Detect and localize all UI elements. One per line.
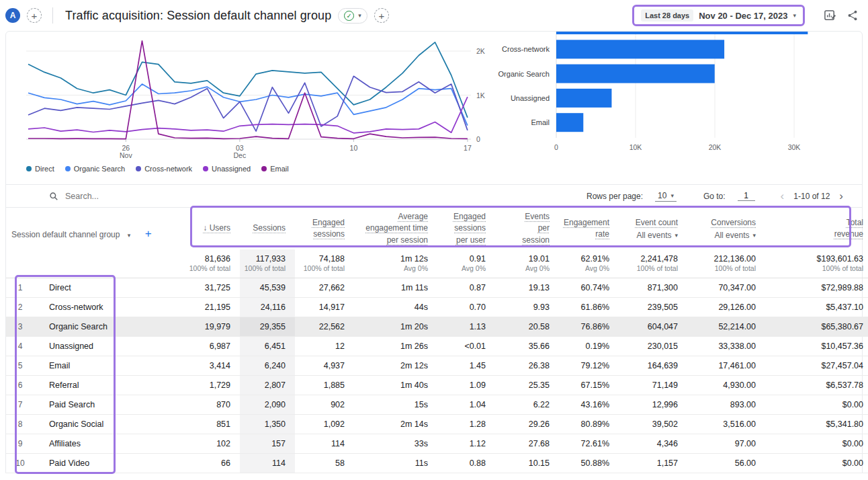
table-row-referral[interactable]: 6Referral1,7292,8071,8851m 40s1.0925.356… [6,375,868,395]
legend-dot-icon [261,166,267,171]
search-input[interactable] [65,192,186,201]
metric-cell: 15s [354,395,437,414]
metric-cell: 52,214.00 [687,317,765,336]
dimension-header[interactable]: Session default channel group ▾ + [6,208,170,249]
metric-cell: 79.12% [559,356,619,375]
metric-cell: 4,937 [295,356,354,375]
date-range-text: Nov 20 - Dec 17, 2023 [699,11,787,21]
column-header-events[interactable]: Events per session [495,208,559,249]
users-over-time-line-chart[interactable]: 01K2K26Nov03Dec1017 [6,32,490,161]
column-header-total[interactable]: Total revenue [765,208,868,249]
event-filter-dropdown[interactable]: All events▾ [687,231,756,240]
column-header-sessions[interactable]: Sessions [240,208,295,249]
channel-name: Organic Search [44,317,170,336]
metric-cell: 6.22 [495,395,559,414]
svg-text:10: 10 [350,144,358,152]
table-row-paid-video[interactable]: 10Paid Video661145811s0.8810.1550.88%1,1… [6,453,868,473]
metric-cell: 1.09 [437,375,495,395]
rows-per-page-select[interactable]: 10 ▾ [655,190,677,202]
table-controls: Rows per page: 10 ▾ Go to: ‹ 1-10 of 12 … [6,185,862,208]
metric-cell: 6,987 [170,336,240,356]
data-quality-badge[interactable]: ✓ ▾ [338,8,367,24]
metric-cell: $0.00 [765,453,868,473]
channel-name: Paid Search [44,395,170,414]
column-header-event-count[interactable]: Event countAll events▾ [619,208,687,249]
add-comparison-button[interactable]: + [27,8,42,23]
column-header-users[interactable]: ↓ Users [170,208,240,249]
metric-cell: 0.88 [437,453,495,473]
metric-cell: 1,885 [295,375,354,395]
next-page-button[interactable]: › [838,190,844,202]
app-bar: A + Traffic acquisition: Session default… [0,0,868,31]
column-header-average[interactable]: Average engagement time per session [354,208,437,249]
svg-text:Nov: Nov [120,151,132,159]
metric-cell: 1m 26s [354,336,437,356]
metric-cell: 33,338.00 [687,336,765,356]
table-row-paid-search[interactable]: 7Paid Search8702,09090215s1.046.2243.16%… [6,395,868,414]
metric-cell: 11s [354,453,437,473]
legend-item: Email [261,165,289,173]
metric-cell: 29,126.00 [687,297,765,317]
table-row-affiliates[interactable]: 9Affiliates10215711433s1.1227.6872.61%4,… [6,434,868,453]
svg-text:Cross-network: Cross-network [502,45,550,53]
share-icon[interactable] [845,8,860,23]
metric-cell: 1,729 [170,375,240,395]
charts-panel: 01K2K26Nov03Dec1017 010K20K30KCross-netw… [6,32,862,185]
row-number: 2 [6,297,44,317]
table-row-email[interactable]: 5Email3,4146,2404,9372m 12s1.4526.3879.1… [6,356,868,375]
row-number: 10 [6,453,44,473]
metric-cell: 1m 40s [354,375,437,395]
column-header-engaged[interactable]: Engaged sessions [295,208,354,249]
page-title: Traffic acquisition: Session default cha… [65,9,331,23]
table-row-direct[interactable]: 1Direct31,72545,53927,6621m 11s0.8719.13… [6,278,868,297]
metric-cell: $6,537.78 [765,375,868,395]
metric-cell: 44s [354,297,437,317]
metric-cell: 56.00 [687,453,765,473]
search-box[interactable] [49,192,186,201]
customize-report-icon[interactable] [822,8,837,23]
table-row-organic-social[interactable]: 8Organic Social8511,3501,0922m 14s1.2829… [6,414,868,434]
analytics-avatar[interactable]: A [5,8,20,23]
row-number: 7 [6,395,44,414]
metric-cell: 17,461.00 [687,356,765,375]
event-filter-dropdown[interactable]: All events▾ [619,231,678,240]
totals-row: 81,636100% of total117,933100% of total7… [6,249,868,278]
row-number: 3 [6,317,44,336]
metric-cell: 3,414 [170,356,240,375]
metric-cell: 14,917 [295,297,354,317]
metric-cell: 71,149 [619,375,687,395]
total-cell: 19.01Avg 0% [495,249,559,278]
metric-cell: 27,662 [295,278,354,297]
metric-cell: 1,092 [295,414,354,434]
svg-text:17: 17 [464,144,472,152]
svg-text:10K: 10K [630,143,642,151]
column-header-label: Average engagement time per session [365,212,428,245]
metric-cell: 19,979 [170,317,240,336]
svg-text:Dec: Dec [234,151,247,159]
previous-page-button[interactable]: ‹ [779,190,786,202]
column-header-label: Conversions [711,218,756,227]
metric-cell: 114 [240,453,295,473]
chevron-down-icon: ▾ [670,192,674,199]
metric-cell: 0.70 [437,297,495,317]
column-header-engagement[interactable]: Engagement rate [559,208,619,249]
metric-cell: 10.15 [495,453,559,473]
users-by-channel-bar-chart[interactable]: 010K20K30KCross-networkOrganic SearchUna… [484,32,862,169]
metric-cell: 1.28 [437,414,495,434]
date-range-picker[interactable]: Last 28 days Nov 20 - Dec 17, 2023 ▾ [632,5,805,26]
table-row-organic-search[interactable]: 3Organic Search19,97929,35522,5621m 20s1… [6,317,868,336]
column-header-engaged[interactable]: Engaged sessions per user [437,208,495,249]
add-filter-button[interactable]: + [374,8,389,23]
column-header-conversions[interactable]: ConversionsAll events▾ [687,208,765,249]
channel-name: Cross-network [44,297,170,317]
channel-name: Paid Video [44,453,170,473]
metric-cell: 1,157 [619,453,687,473]
row-number: 8 [6,414,44,434]
table-row-cross-network[interactable]: 2Cross-network21,19524,11614,91744s0.709… [6,297,868,317]
add-dimension-button[interactable]: + [145,227,152,240]
svg-text:1K: 1K [476,91,485,99]
table-row-unassigned[interactable]: 4Unassigned6,9876,451121m 26s<0.0135.660… [6,336,868,356]
metric-cell: 604,047 [619,317,687,336]
metric-cell: 114 [295,434,354,453]
goto-page-input[interactable] [738,191,755,201]
